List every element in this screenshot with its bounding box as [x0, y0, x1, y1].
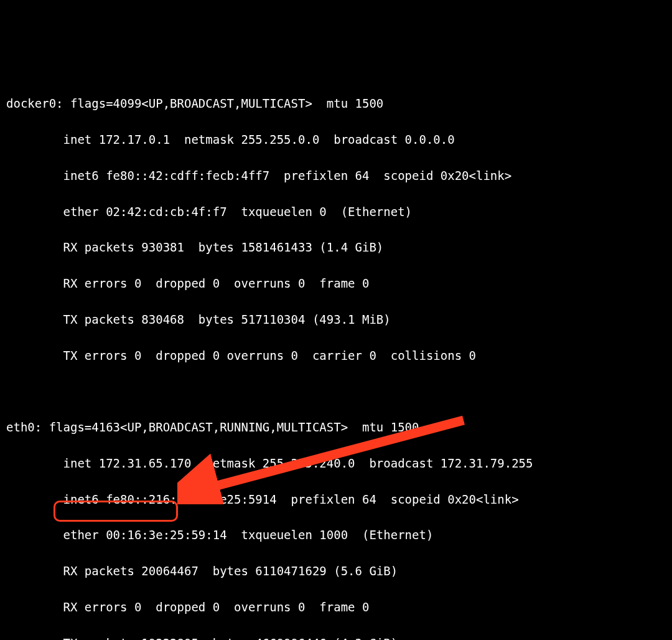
interface-eth0-line: inet 172.31.65.170 netmask 255.255.240.0… — [6, 454, 666, 473]
interface-eth0-line: ether 00:16:3e:25:59:14 txqueuelen 1000 … — [6, 526, 666, 544]
interface-docker0-header: docker0: flags=4099<UP,BROADCAST,MULTICA… — [6, 95, 666, 113]
interface-docker0-line: TX errors 0 dropped 0 overruns 0 carrier… — [6, 347, 666, 365]
interface-eth0-header: eth0: flags=4163<UP,BROADCAST,RUNNING,MU… — [6, 418, 666, 436]
interface-docker0-line: ether 02:42:cd:cb:4f:f7 txqueuelen 0 (Et… — [6, 203, 666, 221]
interface-eth0-line: inet6 fe80::216:3eff:fe25:5914 prefixlen… — [6, 491, 666, 509]
interface-docker0-line: inet 172.17.0.1 netmask 255.255.0.0 broa… — [6, 131, 666, 149]
interface-eth0-line: RX packets 20064467 bytes 6110471629 (5.… — [6, 562, 666, 580]
interface-docker0-line: RX errors 0 dropped 0 overruns 0 frame 0 — [6, 275, 666, 293]
blank-line — [6, 382, 666, 400]
interface-docker0-line: inet6 fe80::42:cdff:fecb:4ff7 prefixlen … — [6, 167, 666, 185]
interface-docker0-line: RX packets 930381 bytes 1581461433 (1.4 … — [6, 238, 666, 256]
terminal-output: docker0: flags=4099<UP,BROADCAST,MULTICA… — [6, 77, 666, 641]
interface-docker0-line: TX packets 830468 bytes 517110304 (493.1… — [6, 311, 666, 329]
interface-eth0-line: RX errors 0 dropped 0 overruns 0 frame 0 — [6, 598, 666, 616]
interface-eth0-line: TX packets 19222895 bytes 4669996446 (4.… — [6, 634, 666, 640]
